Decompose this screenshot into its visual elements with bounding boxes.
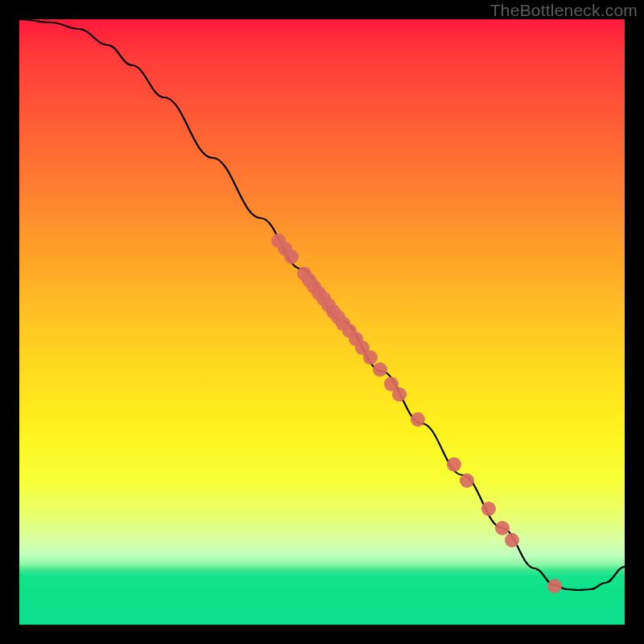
data-point	[411, 412, 425, 427]
data-point	[547, 579, 562, 593]
data-point	[373, 362, 387, 377]
data-point	[447, 457, 461, 472]
watermark-text: TheBottleneck.com	[490, 1, 638, 20]
data-point	[481, 502, 496, 516]
data-point	[284, 250, 299, 264]
data-point	[460, 473, 474, 488]
chart-frame: TheBottleneck.com	[0, 0, 644, 644]
data-point	[495, 521, 510, 535]
plot-area	[19, 19, 625, 625]
data-point	[392, 387, 407, 402]
scatter-points	[271, 233, 562, 593]
chart-svg	[19, 19, 625, 625]
data-point	[363, 350, 378, 365]
data-point	[505, 533, 519, 547]
